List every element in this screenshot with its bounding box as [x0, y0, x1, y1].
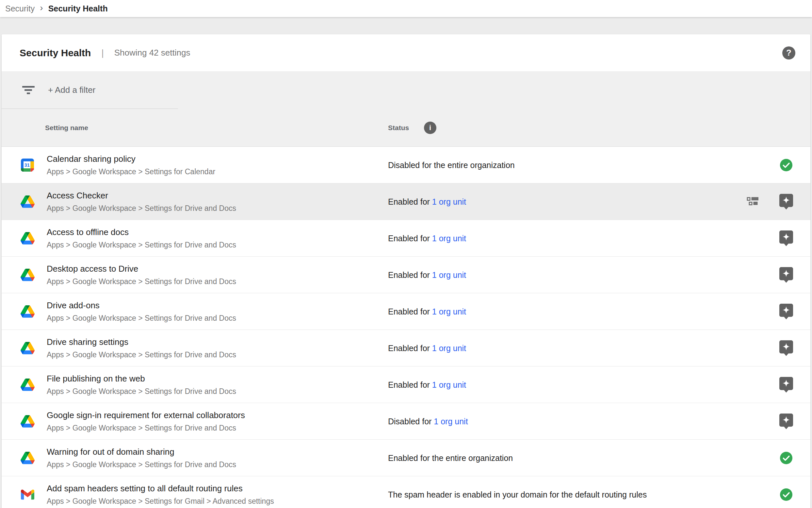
setting-path: Apps > Google Workspace > Settings for D… [47, 460, 236, 469]
setting-path: Apps > Google Workspace > Settings for D… [47, 424, 245, 432]
org-unit-link[interactable]: 1 org unit [432, 197, 466, 206]
table-row[interactable]: Drive sharing settingsApps > Google Work… [2, 330, 810, 367]
open-setting-icon[interactable] [778, 194, 794, 210]
title-separator: | [101, 48, 103, 58]
add-filter-button[interactable]: + Add a filter [48, 85, 95, 95]
setting-status: The spam header is enabled in your domai… [388, 490, 647, 499]
org-unit-link[interactable]: 1 org unit [432, 234, 466, 243]
org-unit-link[interactable]: 1 org unit [432, 307, 466, 316]
help-icon[interactable]: ? [782, 46, 795, 59]
setting-text: File publishing on the webApps > Google … [47, 374, 236, 396]
setting-status: Enabled for 1 org unit [388, 380, 466, 389]
page-background: Security Health | Showing 42 settings ? … [0, 17, 812, 508]
setting-text: Desktop access to DriveApps > Google Wor… [47, 264, 236, 286]
org-unit-link[interactable]: 1 org unit [432, 343, 466, 352]
table-row[interactable]: Access CheckerApps > Google Workspace > … [2, 183, 810, 220]
status-text: Enabled for [388, 380, 432, 389]
setting-title: Add spam headers setting to all default … [47, 483, 274, 494]
setting-title: Drive add-ons [47, 300, 236, 310]
status-ok-icon [778, 452, 794, 465]
drive-icon [20, 452, 35, 464]
setting-title: Desktop access to Drive [47, 264, 236, 274]
open-setting-icon[interactable] [778, 267, 794, 283]
status-text: Enabled for [388, 197, 432, 206]
gmail-icon [20, 490, 35, 500]
open-setting-icon[interactable] [778, 413, 794, 429]
status-text: Disabled for [388, 417, 434, 426]
open-setting-icon[interactable] [778, 303, 794, 320]
open-setting-icon[interactable] [778, 377, 794, 393]
drive-icon [20, 305, 35, 318]
settings-count: Showing 42 settings [114, 48, 190, 58]
open-setting-icon[interactable] [778, 340, 794, 356]
org-unit-link[interactable]: 1 org unit [432, 380, 466, 389]
setting-path: Apps > Google Workspace > Settings for D… [47, 387, 236, 396]
setting-status: Disabled for 1 org unit [388, 417, 468, 426]
setting-status: Enabled for 1 org unit [388, 197, 466, 206]
setting-path: Apps > Google Workspace > Settings for D… [47, 350, 236, 359]
setting-title: Google sign-in requirement for external … [47, 410, 245, 420]
status-text: Enabled for [388, 234, 432, 243]
table-row[interactable]: Drive add-onsApps > Google Workspace > S… [2, 293, 810, 330]
setting-path: Apps > Google Workspace > Settings for D… [47, 277, 236, 286]
info-icon[interactable]: i [424, 122, 436, 134]
setting-text: Google sign-in requirement for external … [47, 410, 245, 432]
status-text: Disabled for the entire organization [388, 160, 515, 169]
status-text: Enabled for [388, 307, 432, 316]
table-header: Setting name Status i [2, 109, 810, 147]
setting-status: Enabled for 1 org unit [388, 307, 466, 316]
status-ok-icon [778, 488, 794, 501]
breadcrumb-parent-link[interactable]: Security [5, 4, 35, 13]
setting-title: Calendar sharing policy [47, 154, 215, 164]
drive-icon [20, 195, 35, 208]
settings-list: 31Calendar sharing policyApps > Google W… [2, 147, 810, 508]
setting-title: Warning for out of domain sharing [47, 447, 236, 457]
setting-text: Access to offline docsApps > Google Work… [47, 227, 236, 249]
drive-icon [20, 232, 35, 244]
status-ok-icon [778, 159, 794, 172]
table-row[interactable]: Access to offline docsApps > Google Work… [2, 220, 810, 257]
setting-title: Access to offline docs [47, 227, 236, 237]
setting-path: Apps > Google Workspace > Settings for G… [47, 497, 274, 506]
breadcrumb-current: Security Health [48, 4, 108, 13]
setting-text: Drive add-onsApps > Google Workspace > S… [47, 300, 236, 323]
drive-icon [20, 415, 35, 427]
setting-status: Enabled for 1 org unit [388, 234, 466, 243]
filter-bar: + Add a filter [2, 71, 810, 109]
breadcrumb: Security › Security Health [0, 0, 812, 17]
setting-text: Add spam headers setting to all default … [47, 483, 274, 506]
setting-status: Enabled for 1 org unit [388, 270, 466, 280]
org-unit-link[interactable]: 1 org unit [432, 270, 466, 279]
security-health-card: Security Health | Showing 42 settings ? … [2, 34, 810, 508]
org-unit-link[interactable]: 1 org unit [434, 417, 468, 426]
table-row[interactable]: Google sign-in requirement for external … [2, 403, 810, 440]
drive-icon [20, 342, 35, 354]
table-row[interactable]: File publishing on the webApps > Google … [2, 367, 810, 403]
table-row[interactable]: Desktop access to DriveApps > Google Wor… [2, 257, 810, 293]
setting-path: Apps > Google Workspace > Settings for D… [47, 314, 236, 323]
drive-icon [20, 378, 35, 391]
table-row[interactable]: 31Calendar sharing policyApps > Google W… [2, 147, 810, 183]
setting-text: Warning for out of domain sharingApps > … [47, 447, 236, 469]
svg-text:31: 31 [25, 163, 30, 168]
open-setting-icon[interactable] [778, 230, 794, 247]
breadcrumb-chevron-icon: › [40, 3, 43, 14]
setting-path: Apps > Google Workspace > Settings for D… [47, 241, 236, 249]
setting-title: File publishing on the web [47, 374, 236, 384]
org-unit-mapping-icon [747, 197, 759, 207]
setting-status: Disabled for the entire organization [388, 160, 515, 170]
status-text: Enabled for the entire organization [388, 453, 513, 462]
setting-text: Drive sharing settingsApps > Google Work… [47, 337, 236, 359]
table-row[interactable]: Add spam headers setting to all default … [2, 476, 810, 508]
column-header-status: Status [388, 124, 409, 132]
page-title: Security Health [19, 47, 91, 58]
drive-icon [20, 268, 35, 281]
status-text: The spam header is enabled in your domai… [388, 490, 647, 499]
setting-title: Access Checker [47, 190, 236, 201]
filter-icon[interactable] [22, 85, 35, 95]
card-header: Security Health | Showing 42 settings ? [2, 34, 810, 71]
setting-status: Enabled for 1 org unit [388, 343, 466, 353]
setting-path: Apps > Google Workspace > Settings for D… [47, 204, 236, 213]
status-text: Enabled for [388, 270, 432, 279]
table-row[interactable]: Warning for out of domain sharingApps > … [2, 440, 810, 476]
